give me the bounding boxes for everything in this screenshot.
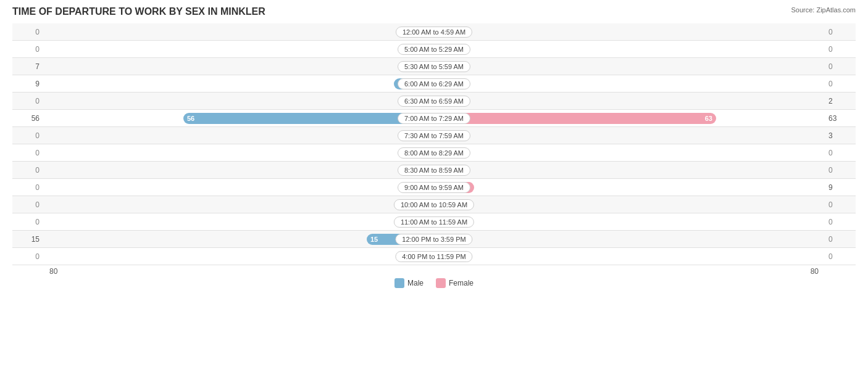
chart-rows: 012:00 AM to 4:59 AM005:00 AM to 5:29 AM…	[12, 23, 856, 265]
time-label: 5:00 AM to 5:29 AM	[398, 44, 470, 55]
female-value: 0	[825, 235, 856, 244]
male-value: 56	[12, 114, 43, 123]
axis-left: 80	[49, 267, 57, 276]
time-label: 6:00 AM to 6:29 AM	[398, 78, 470, 89]
male-value: 0	[12, 200, 43, 209]
bar-group: 10:00 AM to 10:59 AM	[43, 196, 825, 213]
bar-group: 4:00 PM to 11:59 PM	[43, 248, 825, 265]
bar-group: 8:30 AM to 8:59 AM	[43, 162, 825, 179]
table-row: 012:00 AM to 4:59 AM0	[12, 23, 856, 41]
female-value: 0	[825, 62, 856, 71]
table-row: 04:00 PM to 11:59 PM0	[12, 248, 856, 265]
male-value: 15	[12, 235, 43, 244]
table-row: 09:00 AM to 9:59 AM9	[12, 179, 856, 196]
male-value: 9	[12, 80, 43, 88]
female-value: 3	[825, 131, 856, 140]
male-label: Male	[407, 279, 424, 287]
female-value: 0	[825, 252, 856, 261]
male-value: 0	[12, 97, 43, 105]
time-label: 9:00 AM to 9:59 AM	[398, 182, 470, 193]
female-value: 0	[825, 218, 856, 226]
time-label: 5:30 AM to 5:59 AM	[398, 61, 470, 72]
female-value: 0	[825, 45, 856, 54]
female-value: 0	[825, 149, 856, 157]
female-value: 2	[825, 97, 856, 105]
legend-male: Male	[394, 278, 424, 288]
female-color-box	[436, 278, 446, 288]
female-value: 9	[825, 183, 856, 192]
female-value: 0	[825, 80, 856, 88]
table-row: 08:30 AM to 8:59 AM0	[12, 162, 856, 179]
source-text: Source: ZipAtlas.com	[791, 6, 856, 14]
time-label: 4:00 PM to 11:59 PM	[395, 251, 472, 262]
time-label: 11:00 AM to 11:59 AM	[394, 216, 474, 228]
time-label: 6:30 AM to 6:59 AM	[398, 96, 470, 107]
time-label: 8:00 AM to 8:29 AM	[398, 147, 470, 159]
male-color-box	[394, 278, 404, 288]
female-value: 0	[825, 166, 856, 175]
time-label: 8:30 AM to 8:59 AM	[398, 165, 470, 176]
time-label: 12:00 PM to 3:59 PM	[395, 234, 472, 245]
legend-female: Female	[436, 278, 474, 288]
table-row: 010:00 AM to 10:59 AM0	[12, 196, 856, 213]
table-row: 75:30 AM to 5:59 AM0	[12, 58, 856, 75]
bar-group: 8:00 AM to 8:29 AM	[43, 144, 825, 162]
table-row: 96:00 AM to 6:29 AM0	[12, 75, 856, 93]
legend: Male Female	[12, 278, 856, 288]
male-value: 0	[12, 166, 43, 175]
female-value: 63	[825, 114, 856, 123]
male-value: 0	[12, 131, 43, 140]
bar-group: 12:00 AM to 4:59 AM	[43, 23, 825, 41]
table-row: 08:00 AM to 8:29 AM0	[12, 144, 856, 162]
bar-group: 6:00 AM to 6:29 AM	[43, 75, 825, 93]
chart-title: TIME OF DEPARTURE TO WORK BY SEX IN MINK…	[12, 6, 265, 17]
male-value: 0	[12, 28, 43, 36]
chart-container: TIME OF DEPARTURE TO WORK BY SEX IN MINK…	[0, 0, 868, 367]
bar-group: 6:30 AM to 6:59 AM	[43, 93, 825, 110]
bar-group: 1512:00 PM to 3:59 PM	[43, 231, 825, 248]
female-value: 0	[825, 200, 856, 209]
male-value: 0	[12, 218, 43, 226]
axis-right: 80	[811, 267, 819, 276]
female-value: 0	[825, 28, 856, 36]
table-row: 151512:00 PM to 3:59 PM0	[12, 231, 856, 248]
time-label: 12:00 AM to 4:59 AM	[396, 27, 472, 38]
male-bar: 56	[183, 113, 434, 124]
bar-group: 5:00 AM to 5:29 AM	[43, 41, 825, 58]
table-row: 05:00 AM to 5:29 AM0	[12, 41, 856, 58]
bar-group: 9:00 AM to 9:59 AM	[43, 179, 825, 196]
time-label: 10:00 AM to 10:59 AM	[394, 199, 474, 210]
male-value: 0	[12, 149, 43, 157]
bar-group: 7:30 AM to 7:59 AM	[43, 127, 825, 144]
male-value: 0	[12, 252, 43, 261]
female-label: Female	[449, 279, 474, 287]
time-label: 7:30 AM to 7:59 AM	[398, 130, 470, 141]
male-value: 0	[12, 45, 43, 54]
table-row: 011:00 AM to 11:59 AM0	[12, 213, 856, 231]
bar-group: 56637:00 AM to 7:29 AM	[43, 110, 825, 127]
table-row: 06:30 AM to 6:59 AM2	[12, 93, 856, 110]
table-row: 07:30 AM to 7:59 AM3	[12, 127, 856, 144]
bar-group: 5:30 AM to 5:59 AM	[43, 58, 825, 75]
male-value: 0	[12, 183, 43, 192]
female-bar: 63	[434, 113, 716, 124]
time-label: 7:00 AM to 7:29 AM	[398, 113, 470, 124]
male-value: 7	[12, 62, 43, 71]
table-row: 5656637:00 AM to 7:29 AM63	[12, 110, 856, 127]
bar-group: 11:00 AM to 11:59 AM	[43, 213, 825, 231]
